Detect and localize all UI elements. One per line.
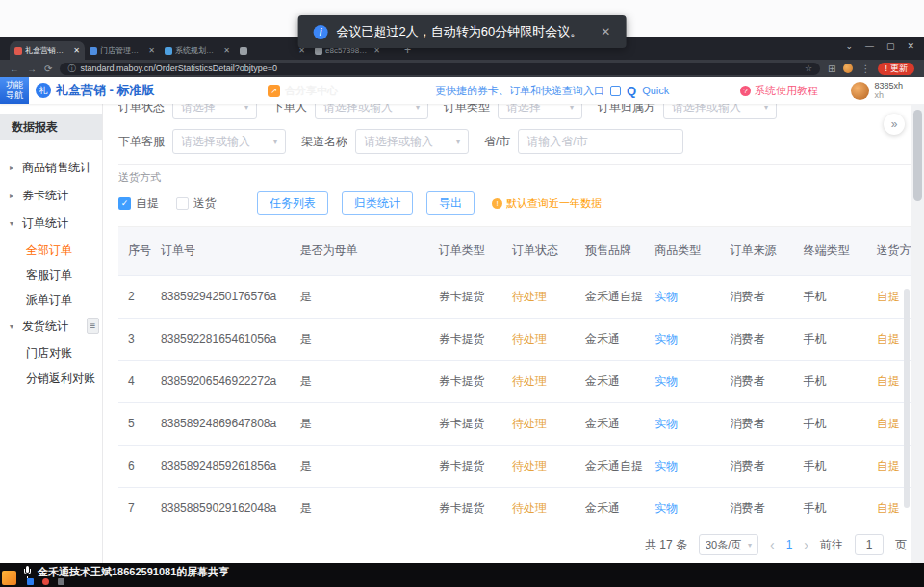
- back-icon[interactable]: ←: [10, 64, 19, 74]
- site-info-icon[interactable]: ⓘ: [67, 64, 75, 74]
- tab-close-icon[interactable]: ✕: [73, 46, 80, 55]
- maximize-icon[interactable]: ▢: [886, 41, 895, 51]
- table-row[interactable]: 383859228165461056a是券卡提货待处理金禾通实物消费者手机自提: [118, 318, 911, 360]
- scrollbar-thumb[interactable]: [913, 110, 922, 201]
- sidebar-item[interactable]: ▸商品销售统计: [0, 154, 102, 182]
- sidebar-item[interactable]: ▾订单统计: [0, 210, 102, 238]
- status-cell: 待处理: [502, 318, 576, 360]
- seq-cell: 5: [118, 402, 151, 445]
- taskbar-icon-gray[interactable]: [58, 578, 64, 585]
- quick-entry[interactable]: 更快捷的券卡、订单和快递查询入口 Q Quick: [435, 77, 669, 104]
- table-row[interactable]: 583858924869647808a是券卡提货待处理金禾通实物消费者手机自提: [118, 402, 911, 445]
- export-button[interactable]: 导出: [426, 191, 475, 215]
- goods-type-cell[interactable]: 实物: [645, 445, 720, 487]
- select-dropdown[interactable]: 请选择或输入▾: [172, 129, 286, 154]
- sidebar-subitem[interactable]: 客服订单: [0, 263, 102, 288]
- sidebar-collapse-handle[interactable]: ≡: [87, 318, 99, 334]
- browser-address-bar: ← → ⟳ ⓘ standard.maboy.cn/OrderStatistic…: [0, 60, 924, 77]
- select-dropdown[interactable]: 请选择或输入▾: [315, 104, 428, 119]
- extensions-icon[interactable]: ⊞: [828, 64, 835, 74]
- sidebar-item-label: 发货统计: [22, 319, 68, 335]
- goods-type-cell[interactable]: 实物: [645, 402, 720, 445]
- help-icon: ?: [740, 86, 751, 96]
- taskbar-icon-blue[interactable]: [27, 578, 34, 585]
- taskbar-app-icon[interactable]: [2, 571, 16, 585]
- url-text: standard.maboy.cn/OrderStatisticsDetail?…: [80, 64, 800, 73]
- taskbar-icon-browser[interactable]: [42, 578, 49, 585]
- task-list-button[interactable]: 任务列表: [257, 191, 328, 215]
- expand-filters-button[interactable]: »: [884, 114, 905, 135]
- order-no-cell: 83858924869647808a: [151, 402, 290, 445]
- toast-close-icon[interactable]: ✕: [601, 25, 610, 38]
- category-stats-button[interactable]: 归类统计: [342, 191, 413, 215]
- select-dropdown[interactable]: 请选择▾: [498, 104, 582, 119]
- seq-cell: 7: [118, 487, 151, 523]
- jump-unit: 页: [895, 537, 907, 553]
- select-dropdown[interactable]: 请选择或输入▾: [355, 129, 469, 154]
- reload-icon[interactable]: ⟳: [44, 64, 52, 74]
- order-no-cell: 83858924859261856a: [151, 445, 290, 487]
- browser-tab[interactable]: 系统规划学习✕: [160, 41, 235, 60]
- table-scrollbar[interactable]: [904, 289, 910, 508]
- next-page-button[interactable]: ›: [804, 537, 808, 552]
- page-scrollbar[interactable]: [911, 104, 924, 563]
- tab-list-chevron-icon[interactable]: ⌄: [845, 41, 853, 51]
- order-type-cell: 券卡提货: [429, 487, 502, 523]
- browser-tab[interactable]: 门店管理中心✕: [85, 41, 160, 60]
- note-text: 默认查询近一年数据: [506, 196, 602, 211]
- tab-close-icon[interactable]: ✕: [148, 46, 155, 55]
- checkbox-option[interactable]: 送货: [176, 195, 217, 212]
- share-center-link[interactable]: ↗ 合分享中心: [268, 77, 338, 104]
- table-row[interactable]: 683858924859261856a是券卡提货待处理金禾通自提实物消费者手机自…: [118, 445, 911, 487]
- sidebar-subitem[interactable]: 门店对账: [0, 341, 102, 366]
- checkbox-option[interactable]: ✓自提: [118, 195, 159, 212]
- sidebar-item[interactable]: ▸券卡统计: [0, 182, 102, 210]
- sidebar-subitem[interactable]: 分销返利对账: [0, 366, 102, 391]
- toolbar-buttons: 任务列表归类统计导出: [244, 191, 475, 215]
- goods-type-cell[interactable]: 实物: [645, 275, 720, 318]
- tab-close-icon[interactable]: ✕: [223, 46, 230, 55]
- filter-field: 订单类型请选择▾: [444, 104, 582, 119]
- order-type-cell: 券卡提货: [429, 318, 502, 360]
- minimize-icon[interactable]: —: [865, 41, 874, 51]
- page-size-select[interactable]: 30条/页 ▾: [699, 534, 758, 555]
- is-parent-cell: 是: [290, 487, 428, 523]
- table-row[interactable]: 283859294250176576a是券卡提货待处理金禾通自提实物消费者手机自…: [118, 275, 911, 318]
- status-cell: 待处理: [502, 360, 576, 402]
- jump-page-input[interactable]: 1: [855, 534, 884, 555]
- select-dropdown[interactable]: 请选择▾: [172, 104, 257, 119]
- filter-row-2: 下单客服请选择或输入▾渠道名称请选择或输入▾省/市请输入省/市: [118, 129, 924, 154]
- column-header: 终端类型: [794, 227, 867, 275]
- brand-cell: 金禾通: [576, 487, 645, 523]
- table-row[interactable]: 483859206546922272a是券卡提货待处理金禾通实物消费者手机自提: [118, 360, 911, 402]
- goods-type-cell[interactable]: 实物: [645, 360, 720, 402]
- bookmark-star-icon[interactable]: ☆: [805, 64, 812, 73]
- function-nav-button[interactable]: 功能 导航: [0, 77, 29, 104]
- table-header-row: 序号订单号是否为母单订单类型订单状态预售品牌商品类型订单来源终端类型送货方式: [118, 227, 911, 275]
- sidebar-subitem[interactable]: 全部订单: [0, 238, 102, 263]
- app-body: 数据报表 ▸商品销售统计▸券卡统计▾订单统计全部订单客服订单派单订单▾发货统计门…: [0, 104, 924, 563]
- text-input[interactable]: 请输入省/市: [518, 129, 683, 154]
- select-dropdown[interactable]: 请选择或输入▾: [663, 104, 777, 119]
- tutorial-link[interactable]: ? 系统使用教程: [740, 77, 818, 104]
- source-cell: 消费者: [720, 318, 793, 360]
- browser-profile-avatar[interactable]: [843, 64, 853, 73]
- current-page[interactable]: 1: [786, 538, 793, 551]
- user-profile[interactable]: 8385xh xh: [851, 77, 903, 104]
- url-field[interactable]: ⓘ standard.maboy.cn/OrderStatisticsDetai…: [60, 63, 820, 75]
- seq-cell: 3: [118, 318, 151, 360]
- close-icon[interactable]: ✕: [907, 41, 914, 51]
- forward-icon[interactable]: →: [27, 64, 37, 74]
- source-cell: 消费者: [720, 487, 793, 523]
- browser-tab[interactable]: 礼盒营销平台管理中心✕: [10, 41, 85, 60]
- browser-menu-icon[interactable]: ⋮: [860, 64, 870, 74]
- goods-type-cell[interactable]: 实物: [645, 487, 720, 523]
- browser-update-button[interactable]: ! 更新: [878, 63, 914, 75]
- table-row[interactable]: 783858859029162048a是券卡提货待处理金禾通实物消费者手机自提: [118, 487, 911, 523]
- prev-page-button[interactable]: ‹: [770, 537, 775, 552]
- query-note: ! 默认查询近一年数据: [492, 196, 602, 211]
- sidebar-subitem[interactable]: 派单订单: [0, 288, 102, 313]
- is-parent-cell: 是: [290, 445, 428, 487]
- goods-type-cell[interactable]: 实物: [645, 318, 720, 360]
- placeholder-text: 请选择或输入: [364, 134, 433, 150]
